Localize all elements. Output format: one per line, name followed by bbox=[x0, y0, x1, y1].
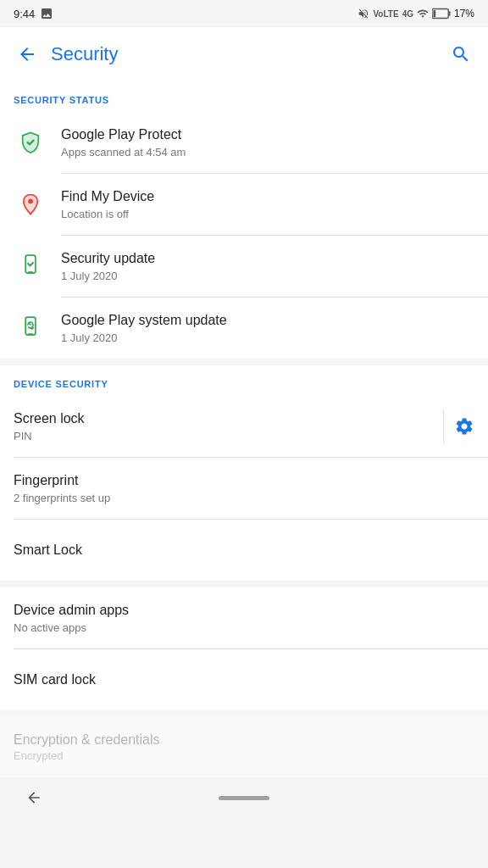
google-play-protect-text: Google Play Protect Apps scanned at 4:54… bbox=[61, 126, 474, 159]
nav-back-icon bbox=[25, 789, 42, 806]
list-item-sim-card-lock[interactable]: SIM card lock bbox=[0, 649, 488, 710]
fingerprint-text: Fingerprint 2 fingerprints set up bbox=[14, 472, 474, 504]
google-play-system-update-text: Google Play system update 1 July 2020 bbox=[61, 312, 474, 344]
home-gesture-handle bbox=[219, 796, 269, 800]
network-type: 4G bbox=[402, 9, 413, 19]
list-item-device-admin-apps[interactable]: Device admin apps No active apps bbox=[0, 587, 488, 648]
svg-rect-5 bbox=[25, 317, 36, 335]
search-icon bbox=[451, 44, 471, 64]
svg-rect-2 bbox=[433, 10, 435, 17]
security-status-header: SECURITY STATUS bbox=[0, 81, 488, 112]
more-items-section: Device admin apps No active apps SIM car… bbox=[0, 587, 488, 710]
back-arrow-icon bbox=[17, 44, 37, 64]
list-item-screen-lock[interactable]: Screen lock PIN bbox=[0, 396, 488, 457]
back-button[interactable] bbox=[7, 34, 47, 75]
smart-lock-title: Smart Lock bbox=[14, 542, 474, 559]
back-nav-button[interactable] bbox=[14, 781, 54, 815]
faded-encryption-section: Encryption & credentials Encrypted bbox=[0, 717, 488, 777]
volte-indicator: VoLTE bbox=[373, 9, 398, 19]
security-update-title: Security update bbox=[61, 250, 474, 268]
security-status-section: SECURITY STATUS Google Play Protect Apps… bbox=[0, 81, 488, 359]
content: SECURITY STATUS Google Play Protect Apps… bbox=[0, 81, 488, 777]
sim-card-lock-title: SIM card lock bbox=[14, 671, 474, 689]
status-bar-left: 9:44 bbox=[14, 7, 53, 20]
battery-icon bbox=[432, 8, 451, 19]
page-title: Security bbox=[51, 43, 441, 65]
svg-point-3 bbox=[28, 199, 33, 204]
list-item-security-update[interactable]: Security update 1 July 2020 bbox=[0, 236, 488, 297]
screen-lock-gear-button[interactable] bbox=[443, 409, 474, 443]
app-bar: Security bbox=[0, 27, 488, 81]
gear-icon bbox=[454, 416, 474, 437]
status-bar: 9:44 VoLTE 4G 17% bbox=[0, 0, 488, 27]
signal-icon bbox=[417, 8, 429, 19]
fingerprint-subtitle: 2 fingerprints set up bbox=[14, 492, 474, 504]
phone-check-icon bbox=[14, 249, 47, 283]
google-play-protect-title: Google Play Protect bbox=[61, 126, 474, 144]
battery-percent: 17% bbox=[454, 8, 474, 19]
device-admin-apps-text: Device admin apps No active apps bbox=[14, 602, 474, 634]
device-admin-apps-title: Device admin apps bbox=[14, 602, 474, 620]
find-my-device-title: Find My Device bbox=[61, 188, 474, 206]
svg-rect-1 bbox=[449, 11, 451, 16]
list-item-google-play-system-update[interactable]: Google Play system update 1 July 2020 bbox=[0, 298, 488, 359]
screen-lock-text: Screen lock PIN bbox=[14, 410, 436, 442]
list-item-smart-lock[interactable]: Smart Lock bbox=[0, 520, 488, 581]
list-item-google-play-protect[interactable]: Google Play Protect Apps scanned at 4:54… bbox=[0, 112, 488, 173]
phone-sync-icon bbox=[14, 311, 47, 345]
status-bar-right: VoLTE 4G 17% bbox=[358, 8, 474, 19]
device-security-section: DEVICE SECURITY Screen lock PIN Fingerpr… bbox=[0, 365, 488, 581]
shield-check-icon bbox=[14, 125, 47, 159]
sim-card-lock-text: SIM card lock bbox=[14, 671, 474, 689]
fingerprint-title: Fingerprint bbox=[14, 472, 474, 490]
list-item-fingerprint[interactable]: Fingerprint 2 fingerprints set up bbox=[0, 458, 488, 519]
google-play-protect-subtitle: Apps scanned at 4:54 am bbox=[61, 146, 474, 159]
google-play-system-update-title: Google Play system update bbox=[61, 312, 474, 330]
screen-lock-subtitle: PIN bbox=[14, 430, 436, 442]
encryption-title: Encryption & credentials bbox=[14, 732, 474, 748]
location-pin-icon bbox=[14, 187, 47, 221]
smart-lock-text: Smart Lock bbox=[14, 542, 474, 559]
list-item-find-my-device[interactable]: Find My Device Location is off bbox=[0, 174, 488, 235]
device-security-header: DEVICE SECURITY bbox=[0, 365, 488, 396]
bottom-navigation-bar bbox=[0, 777, 488, 818]
google-play-system-update-subtitle: 1 July 2020 bbox=[61, 331, 474, 344]
mute-icon bbox=[358, 8, 369, 19]
screen-lock-title: Screen lock bbox=[14, 410, 436, 428]
find-my-device-text: Find My Device Location is off bbox=[61, 188, 474, 220]
security-update-subtitle: 1 July 2020 bbox=[61, 270, 474, 282]
photo-icon bbox=[40, 7, 53, 20]
search-button[interactable] bbox=[441, 34, 481, 75]
status-time: 9:44 bbox=[14, 8, 35, 20]
encryption-subtitle: Encrypted bbox=[14, 749, 474, 762]
find-my-device-subtitle: Location is off bbox=[61, 208, 474, 220]
device-admin-apps-subtitle: No active apps bbox=[14, 621, 474, 634]
security-update-text: Security update 1 July 2020 bbox=[61, 250, 474, 282]
